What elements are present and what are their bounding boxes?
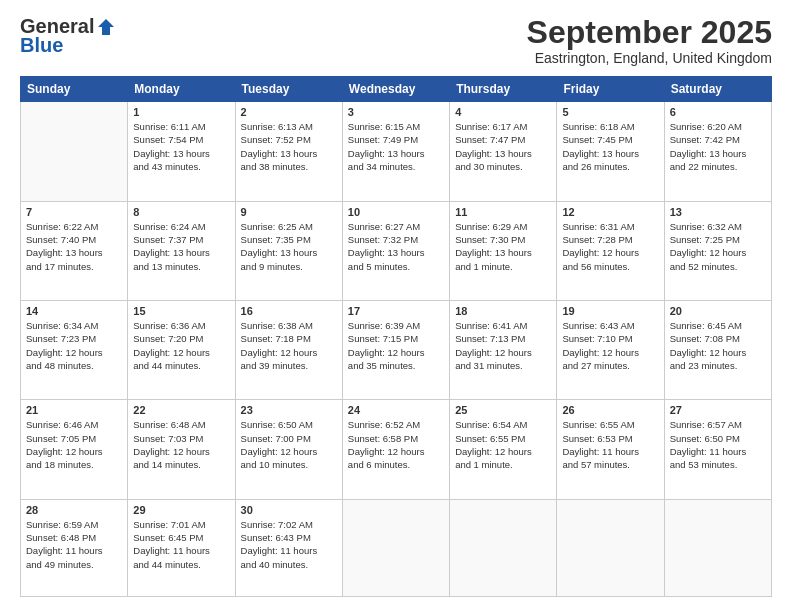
day-info: Sunrise: 6:24 AMSunset: 7:37 PMDaylight:… — [133, 220, 229, 273]
day-number: 23 — [241, 404, 337, 416]
calendar-cell: 13Sunrise: 6:32 AMSunset: 7:25 PMDayligh… — [664, 201, 771, 300]
day-info: Sunrise: 6:22 AMSunset: 7:40 PMDaylight:… — [26, 220, 122, 273]
calendar-cell: 25Sunrise: 6:54 AMSunset: 6:55 PMDayligh… — [450, 400, 557, 499]
calendar-cell: 23Sunrise: 6:50 AMSunset: 7:00 PMDayligh… — [235, 400, 342, 499]
calendar-cell — [450, 499, 557, 596]
calendar-cell: 6Sunrise: 6:20 AMSunset: 7:42 PMDaylight… — [664, 102, 771, 201]
day-info: Sunrise: 6:50 AMSunset: 7:00 PMDaylight:… — [241, 418, 337, 471]
day-info: Sunrise: 7:01 AMSunset: 6:45 PMDaylight:… — [133, 518, 229, 571]
day-info: Sunrise: 6:57 AMSunset: 6:50 PMDaylight:… — [670, 418, 766, 471]
day-info: Sunrise: 6:29 AMSunset: 7:30 PMDaylight:… — [455, 220, 551, 273]
location: Eastrington, England, United Kingdom — [527, 50, 772, 66]
day-number: 19 — [562, 305, 658, 317]
day-info: Sunrise: 6:59 AMSunset: 6:48 PMDaylight:… — [26, 518, 122, 571]
day-info: Sunrise: 6:41 AMSunset: 7:13 PMDaylight:… — [455, 319, 551, 372]
day-info: Sunrise: 6:38 AMSunset: 7:18 PMDaylight:… — [241, 319, 337, 372]
calendar-cell: 1Sunrise: 6:11 AMSunset: 7:54 PMDaylight… — [128, 102, 235, 201]
day-number: 21 — [26, 404, 122, 416]
day-info: Sunrise: 6:17 AMSunset: 7:47 PMDaylight:… — [455, 120, 551, 173]
col-monday: Monday — [128, 77, 235, 102]
day-info: Sunrise: 6:25 AMSunset: 7:35 PMDaylight:… — [241, 220, 337, 273]
calendar-cell: 26Sunrise: 6:55 AMSunset: 6:53 PMDayligh… — [557, 400, 664, 499]
calendar-cell: 12Sunrise: 6:31 AMSunset: 7:28 PMDayligh… — [557, 201, 664, 300]
day-info: Sunrise: 6:48 AMSunset: 7:03 PMDaylight:… — [133, 418, 229, 471]
day-info: Sunrise: 6:36 AMSunset: 7:20 PMDaylight:… — [133, 319, 229, 372]
day-number: 6 — [670, 106, 766, 118]
col-saturday: Saturday — [664, 77, 771, 102]
day-info: Sunrise: 6:27 AMSunset: 7:32 PMDaylight:… — [348, 220, 444, 273]
calendar-cell: 11Sunrise: 6:29 AMSunset: 7:30 PMDayligh… — [450, 201, 557, 300]
day-number: 29 — [133, 504, 229, 516]
week-row-3: 21Sunrise: 6:46 AMSunset: 7:05 PMDayligh… — [21, 400, 772, 499]
col-friday: Friday — [557, 77, 664, 102]
calendar-table: Sunday Monday Tuesday Wednesday Thursday… — [20, 76, 772, 597]
day-info: Sunrise: 6:52 AMSunset: 6:58 PMDaylight:… — [348, 418, 444, 471]
calendar-cell: 20Sunrise: 6:45 AMSunset: 7:08 PMDayligh… — [664, 301, 771, 400]
day-info: Sunrise: 6:45 AMSunset: 7:08 PMDaylight:… — [670, 319, 766, 372]
day-number: 16 — [241, 305, 337, 317]
day-number: 4 — [455, 106, 551, 118]
day-info: Sunrise: 6:20 AMSunset: 7:42 PMDaylight:… — [670, 120, 766, 173]
calendar-cell: 3Sunrise: 6:15 AMSunset: 7:49 PMDaylight… — [342, 102, 449, 201]
day-number: 22 — [133, 404, 229, 416]
day-number: 17 — [348, 305, 444, 317]
day-number: 13 — [670, 206, 766, 218]
day-number: 2 — [241, 106, 337, 118]
day-number: 30 — [241, 504, 337, 516]
day-number: 26 — [562, 404, 658, 416]
svg-marker-0 — [98, 19, 114, 35]
day-info: Sunrise: 7:02 AMSunset: 6:43 PMDaylight:… — [241, 518, 337, 571]
title-block: September 2025 Eastrington, England, Uni… — [527, 15, 772, 66]
week-row-4: 28Sunrise: 6:59 AMSunset: 6:48 PMDayligh… — [21, 499, 772, 596]
day-number: 7 — [26, 206, 122, 218]
day-number: 20 — [670, 305, 766, 317]
day-info: Sunrise: 6:43 AMSunset: 7:10 PMDaylight:… — [562, 319, 658, 372]
day-info: Sunrise: 6:39 AMSunset: 7:15 PMDaylight:… — [348, 319, 444, 372]
calendar-cell: 30Sunrise: 7:02 AMSunset: 6:43 PMDayligh… — [235, 499, 342, 596]
calendar-cell: 5Sunrise: 6:18 AMSunset: 7:45 PMDaylight… — [557, 102, 664, 201]
month-title: September 2025 — [527, 15, 772, 50]
day-number: 9 — [241, 206, 337, 218]
calendar-cell: 22Sunrise: 6:48 AMSunset: 7:03 PMDayligh… — [128, 400, 235, 499]
calendar-cell: 14Sunrise: 6:34 AMSunset: 7:23 PMDayligh… — [21, 301, 128, 400]
calendar-cell — [557, 499, 664, 596]
calendar-cell: 9Sunrise: 6:25 AMSunset: 7:35 PMDaylight… — [235, 201, 342, 300]
calendar-cell: 21Sunrise: 6:46 AMSunset: 7:05 PMDayligh… — [21, 400, 128, 499]
calendar-cell: 10Sunrise: 6:27 AMSunset: 7:32 PMDayligh… — [342, 201, 449, 300]
day-info: Sunrise: 6:11 AMSunset: 7:54 PMDaylight:… — [133, 120, 229, 173]
day-number: 5 — [562, 106, 658, 118]
header: General Blue September 2025 Eastrington,… — [20, 15, 772, 66]
day-number: 27 — [670, 404, 766, 416]
day-number: 14 — [26, 305, 122, 317]
calendar-cell: 7Sunrise: 6:22 AMSunset: 7:40 PMDaylight… — [21, 201, 128, 300]
week-row-1: 7Sunrise: 6:22 AMSunset: 7:40 PMDaylight… — [21, 201, 772, 300]
day-number: 18 — [455, 305, 551, 317]
calendar-cell: 2Sunrise: 6:13 AMSunset: 7:52 PMDaylight… — [235, 102, 342, 201]
calendar-cell — [342, 499, 449, 596]
day-info: Sunrise: 6:46 AMSunset: 7:05 PMDaylight:… — [26, 418, 122, 471]
calendar-cell: 16Sunrise: 6:38 AMSunset: 7:18 PMDayligh… — [235, 301, 342, 400]
calendar-cell: 17Sunrise: 6:39 AMSunset: 7:15 PMDayligh… — [342, 301, 449, 400]
page: General Blue September 2025 Eastrington,… — [0, 0, 792, 612]
col-thursday: Thursday — [450, 77, 557, 102]
col-sunday: Sunday — [21, 77, 128, 102]
day-number: 10 — [348, 206, 444, 218]
day-info: Sunrise: 6:32 AMSunset: 7:25 PMDaylight:… — [670, 220, 766, 273]
calendar-cell: 27Sunrise: 6:57 AMSunset: 6:50 PMDayligh… — [664, 400, 771, 499]
week-row-2: 14Sunrise: 6:34 AMSunset: 7:23 PMDayligh… — [21, 301, 772, 400]
day-info: Sunrise: 6:54 AMSunset: 6:55 PMDaylight:… — [455, 418, 551, 471]
day-number: 3 — [348, 106, 444, 118]
day-number: 24 — [348, 404, 444, 416]
day-number: 25 — [455, 404, 551, 416]
calendar-cell: 28Sunrise: 6:59 AMSunset: 6:48 PMDayligh… — [21, 499, 128, 596]
day-number: 1 — [133, 106, 229, 118]
week-row-0: 1Sunrise: 6:11 AMSunset: 7:54 PMDaylight… — [21, 102, 772, 201]
day-info: Sunrise: 6:13 AMSunset: 7:52 PMDaylight:… — [241, 120, 337, 173]
calendar-cell: 4Sunrise: 6:17 AMSunset: 7:47 PMDaylight… — [450, 102, 557, 201]
day-info: Sunrise: 6:31 AMSunset: 7:28 PMDaylight:… — [562, 220, 658, 273]
day-info: Sunrise: 6:18 AMSunset: 7:45 PMDaylight:… — [562, 120, 658, 173]
col-tuesday: Tuesday — [235, 77, 342, 102]
logo-blue: Blue — [20, 34, 63, 57]
calendar-cell: 24Sunrise: 6:52 AMSunset: 6:58 PMDayligh… — [342, 400, 449, 499]
calendar-cell — [664, 499, 771, 596]
